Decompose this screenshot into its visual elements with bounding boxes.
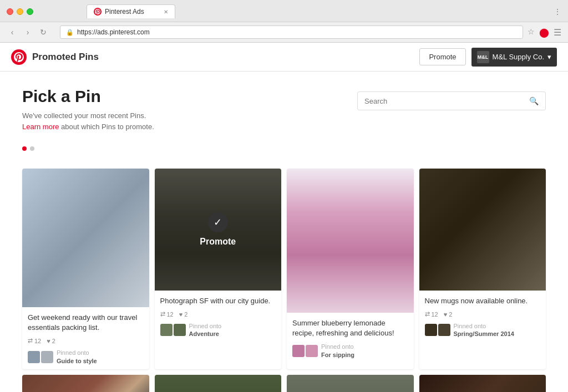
- browser-window-controls: [7, 8, 33, 15]
- pin-promote-overlay[interactable]: ✓ Promote: [155, 169, 282, 291]
- maximize-window-button[interactable]: [27, 8, 33, 15]
- pin-image-placeholder-8: [419, 375, 546, 392]
- promote-overlay-label: Promote: [200, 237, 236, 247]
- pin-desc-4: New mugs now available online.: [425, 296, 541, 306]
- bookmark-icon[interactable]: ☆: [528, 27, 535, 38]
- promote-button[interactable]: Promote: [419, 48, 465, 65]
- content-header: Pick a Pin We've collected your most rec…: [0, 72, 568, 132]
- address-bar-row: ‹ › ↻ 🔒 ☆ ⬤ ☰: [0, 22, 568, 42]
- browser-titlebar: Pinterest Ads ✕ ⋮: [0, 0, 568, 22]
- subtitle-line2: about which Pins to promote.: [61, 123, 154, 131]
- pin-likes-2: ♥ 2: [179, 310, 188, 318]
- pinterest-extension-icon[interactable]: ⬤: [539, 27, 549, 38]
- search-icon: 🔍: [529, 96, 539, 105]
- user-avatar-b2: [174, 324, 186, 336]
- pin-card-2[interactable]: ✓ Promote Photograph SF with our city gu…: [155, 169, 282, 369]
- pin-card-4: New mugs now available online. ⇄ 12 ♥ 2 …: [419, 169, 546, 369]
- tab-title: Pinterest Ads: [105, 8, 144, 16]
- pin-card-6: The perfect dress for a summer day: [155, 375, 282, 392]
- browser-chrome: Pinterest Ads ✕ ⋮ ‹ › ↻ 🔒 ☆ ⬤ ☰: [0, 0, 568, 43]
- pin-image-placeholder-6: [155, 375, 282, 392]
- back-button[interactable]: ‹: [7, 27, 18, 38]
- pinterest-app: Promoted Pins Promote M&L M&L Supply Co.…: [0, 43, 568, 392]
- forward-button[interactable]: ›: [22, 27, 33, 38]
- pin-image-6: [155, 375, 282, 392]
- tab-close-button[interactable]: ✕: [164, 9, 168, 15]
- pin-user-3: Pinned onto For sipping: [292, 343, 408, 359]
- minimize-window-button[interactable]: [17, 8, 23, 15]
- pin-board-label-1: Pinned onto: [57, 349, 97, 357]
- pin-user-1: Pinned onto Guide to style: [28, 349, 144, 365]
- pin-desc-3: Summer blueberry lemonade recipe, refres…: [292, 318, 408, 338]
- pin-user-text-3: Pinned onto For sipping: [321, 343, 354, 359]
- search-container: 🔍: [357, 87, 546, 110]
- user-avatar-b4: [438, 324, 450, 336]
- pin-repins-4: ⇄ 12: [425, 310, 438, 318]
- url-input[interactable]: [77, 28, 517, 36]
- browser-tab-bar: Pinterest Ads ✕: [42, 4, 220, 18]
- pin-repins-1: ⇄ 12: [28, 337, 41, 344]
- pin-desc-2: Photograph SF with our city guide.: [160, 296, 276, 306]
- pin-image-placeholder-3: [287, 169, 414, 313]
- pin-board-label-4: Pinned onto: [454, 322, 514, 330]
- pin-user-text-4: Pinned onto Spring/Summer 2014: [454, 322, 514, 338]
- browser-menu-icon[interactable]: ⋮: [554, 7, 561, 16]
- subtitle-line1: We've collected your most recent Pins.: [22, 111, 146, 120]
- page-title: Pick a Pin: [22, 87, 154, 106]
- check-circle-icon: ✓: [208, 212, 228, 232]
- pin-card-8: [419, 375, 546, 392]
- pins-grid: Get weekend ready with our travel essent…: [22, 169, 546, 392]
- search-bar: 🔍: [357, 91, 546, 110]
- user-avatar-a4: [425, 324, 437, 336]
- browser-tab-active[interactable]: Pinterest Ads ✕: [87, 4, 175, 18]
- pin-image-2: ✓ Promote: [155, 169, 282, 291]
- pin-board-name-4: Spring/Summer 2014: [454, 330, 514, 338]
- browser-navigation: ‹ › ↻: [7, 27, 49, 38]
- pin-likes-1: ♥ 2: [47, 337, 55, 344]
- app-header: Promoted Pins Promote M&L M&L Supply Co.…: [0, 43, 568, 72]
- page-subtitle: We've collected your most recent Pins. L…: [22, 110, 154, 132]
- refresh-button[interactable]: ↻: [38, 27, 49, 38]
- user-avatar-a2: [160, 324, 173, 336]
- pagination-dots: [22, 146, 546, 151]
- pin-board-name-3: For sipping: [321, 351, 354, 359]
- pagination-dot-2[interactable]: [30, 146, 34, 151]
- pin-user-avatars-4: [425, 324, 450, 336]
- pin-board-name-1: Guide to style: [57, 357, 97, 365]
- pin-stats-4: ⇄ 12 ♥ 2: [425, 310, 541, 318]
- header-actions: Promote M&L M&L Supply Co. ▾: [419, 48, 557, 67]
- pagination-dots-container: [0, 132, 568, 169]
- user-avatar-a3: [292, 345, 305, 357]
- pin-info-4: New mugs now available online. ⇄ 12 ♥ 2 …: [419, 291, 546, 343]
- pin-image-placeholder-5: [22, 375, 149, 392]
- page-header-left: Pick a Pin We've collected your most rec…: [22, 87, 154, 132]
- pin-user-avatars-1: [28, 351, 53, 363]
- pin-stats-2: ⇄ 12 ♥ 2: [160, 310, 276, 318]
- pin-user-4: Pinned onto Spring/Summer 2014: [425, 322, 541, 338]
- pin-user-text-1: Pinned onto Guide to style: [57, 349, 97, 365]
- pin-board-label-3: Pinned onto: [321, 343, 354, 350]
- pin-board-name-2: Adventure: [189, 330, 222, 338]
- browser-menu-button[interactable]: ☰: [554, 27, 561, 38]
- pin-image-placeholder-1: [22, 169, 149, 307]
- pin-likes-4: ♥ 2: [444, 310, 453, 318]
- address-bar[interactable]: 🔒: [60, 26, 523, 39]
- account-avatar: M&L: [477, 51, 489, 63]
- browser-address-actions: ☆ ⬤ ☰: [528, 27, 561, 38]
- user-avatar-a1: [28, 351, 40, 363]
- pin-desc-1: Get weekend ready with our travel essent…: [28, 313, 144, 333]
- pagination-dot-1[interactable]: [22, 146, 27, 151]
- learn-more-link[interactable]: Learn more: [22, 123, 59, 131]
- pin-image-7: [287, 375, 414, 392]
- pin-info-3: Summer blueberry lemonade recipe, refres…: [287, 313, 414, 363]
- pin-card-1: Get weekend ready with our travel essent…: [22, 169, 149, 369]
- search-input[interactable]: [364, 97, 525, 105]
- account-button[interactable]: M&L M&L Supply Co. ▾: [471, 48, 557, 67]
- pin-image-4: [419, 169, 546, 291]
- pin-image-placeholder-7: [287, 375, 414, 392]
- pin-card-3: Summer blueberry lemonade recipe, refres…: [287, 169, 414, 369]
- close-window-button[interactable]: [7, 8, 13, 15]
- pin-card-7: [287, 375, 414, 392]
- pin-user-text-2: Pinned onto Adventure: [189, 322, 222, 338]
- tab-favicon: [94, 8, 102, 16]
